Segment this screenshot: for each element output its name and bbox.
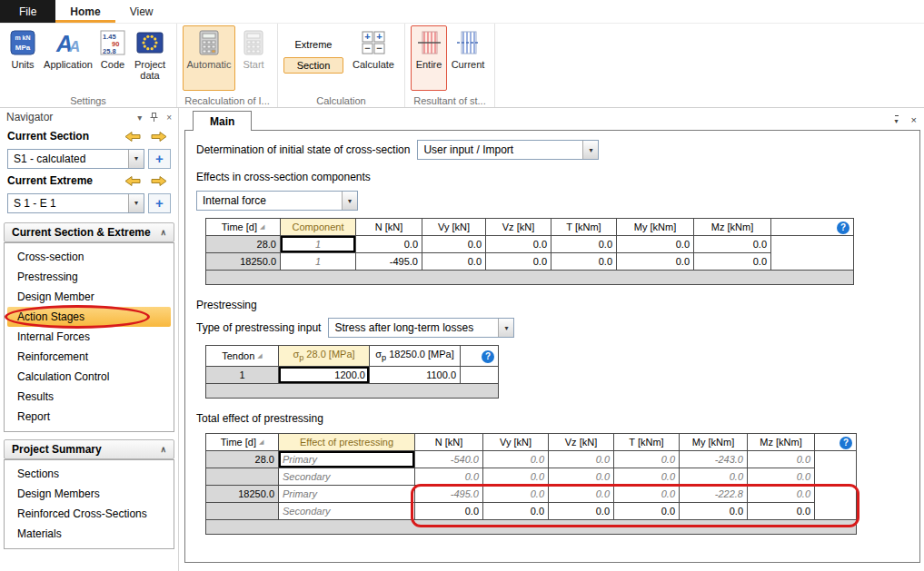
help-icon[interactable]: ? — [482, 350, 494, 363]
sidebar-item-report[interactable]: Report — [7, 407, 171, 427]
effect-cell[interactable]: Secondary — [279, 468, 415, 486]
sidebar-item-sections[interactable]: Sections — [7, 464, 171, 484]
chevron-down-icon[interactable]: ▾ — [498, 319, 513, 337]
collapse-icon[interactable]: ∧ — [160, 228, 166, 237]
close-icon[interactable]: × — [911, 114, 917, 125]
column-header-vy[interactable]: Vy [kN] — [483, 434, 549, 451]
previous-extreme-button[interactable] — [121, 173, 144, 188]
column-header-tendon[interactable]: Tendon◢ — [206, 346, 279, 367]
collapse-icon[interactable]: ∧ — [160, 445, 166, 454]
chevron-down-icon[interactable]: ▾ — [128, 150, 144, 168]
column-header-effect[interactable]: Effect of prestressing — [279, 434, 415, 451]
next-extreme-button[interactable] — [147, 173, 171, 188]
sidebar-item-reinforced-cross-sections[interactable]: Reinforced Cross-Sections — [7, 504, 171, 524]
column-header-time[interactable]: Time [d]◢ — [206, 219, 281, 236]
chevron-down-icon[interactable]: ▾ — [342, 192, 357, 210]
time-cell[interactable]: 18250.0 — [206, 253, 281, 271]
tab-file[interactable]: File — [0, 0, 55, 23]
column-header-t[interactable]: T [kNm] — [551, 219, 617, 236]
tendon-cell[interactable]: 1 — [206, 367, 279, 384]
help-icon[interactable]: ? — [837, 222, 849, 234]
dock-menu-icon[interactable]: ▾ — [895, 115, 899, 125]
sidebar-item-cross-section[interactable]: Cross-section — [7, 247, 171, 267]
column-header-sigma-18250[interactable]: σp 18250.0 [MPa] — [370, 346, 461, 367]
svg-text:MPa: MPa — [15, 44, 31, 52]
code-button[interactable]: 1.45 90 25.8 Code — [96, 25, 129, 91]
column-header-t[interactable]: T [kNm] — [614, 434, 680, 451]
column-header-mz[interactable]: Mz [kNm] — [748, 434, 815, 451]
current-section-combobox[interactable]: S1 - calculated ▾ — [7, 149, 144, 169]
group-header-project-summary[interactable]: Project Summary ∧ — [4, 439, 174, 459]
sidebar-item-action-stages[interactable]: Action Stages — [7, 307, 171, 327]
group-header-current-section-extreme[interactable]: Current Section & Extreme ∧ — [4, 222, 174, 242]
add-extreme-button[interactable]: + — [148, 193, 171, 213]
time-cell[interactable]: 28.0 — [206, 451, 279, 468]
start-button[interactable]: Start — [235, 25, 272, 91]
eu-flag-icon — [136, 29, 164, 56]
window-menu-icon[interactable]: ▾ — [137, 113, 142, 123]
prestressing-type-combobox[interactable]: Stress after long-term losses ▾ — [328, 318, 514, 338]
ribbon-group-label: Calculation — [278, 95, 404, 106]
code-icon: 1.45 90 25.8 — [99, 29, 126, 56]
effect-cell[interactable]: Primary — [279, 486, 415, 503]
component-cell[interactable]: 1 — [281, 253, 356, 271]
navigator-list: Cross-section Prestressing Design Member… — [4, 242, 174, 432]
effects-combobox[interactable]: Internal force ▾ — [196, 191, 358, 211]
sidebar-item-prestressing[interactable]: Prestressing — [7, 267, 171, 287]
main-content-panel: Determination of initial state of cross-… — [184, 130, 920, 563]
effect-cell[interactable]: Secondary — [279, 503, 415, 520]
arrow-left-icon — [124, 131, 142, 143]
sidebar-item-internal-forces[interactable]: Internal Forces — [7, 327, 171, 347]
extreme-button[interactable]: Extreme — [283, 36, 343, 53]
column-header-time[interactable]: Time [d]◢ — [206, 434, 279, 451]
time-cell[interactable]: 18250.0 — [206, 486, 279, 503]
effect-cell[interactable]: Primary — [279, 451, 415, 468]
help-icon[interactable]: ? — [840, 437, 852, 449]
current-extreme-row: Current Extreme — [0, 171, 178, 191]
chevron-down-icon[interactable]: ▾ — [582, 141, 598, 159]
ribbon-group-calculation: Extreme Section + + − − Calculate Calcul… — [278, 24, 405, 107]
tab-view[interactable]: View — [115, 0, 168, 23]
close-icon[interactable]: × — [166, 113, 172, 123]
units-button[interactable]: m kN MPa Units — [5, 25, 40, 91]
tab-home[interactable]: Home — [55, 0, 114, 23]
column-header-vy[interactable]: Vy [kN] — [422, 219, 486, 236]
column-header-vz[interactable]: Vz [kN] — [549, 434, 614, 451]
tab-main[interactable]: Main — [193, 111, 252, 131]
application-button[interactable]: A A Application — [40, 25, 96, 91]
column-header-my[interactable]: My [kNm] — [680, 434, 748, 451]
column-header-vz[interactable]: Vz [kN] — [486, 219, 551, 236]
automatic-toggle-button[interactable]: Automatic — [183, 25, 235, 91]
column-header-n[interactable]: N [kN] — [415, 434, 483, 451]
current-section-label: Current Section — [7, 130, 89, 143]
column-header-my[interactable]: My [kNm] — [617, 219, 694, 236]
column-header-mz[interactable]: Mz [kNm] — [694, 219, 771, 236]
column-header-component[interactable]: Component — [281, 219, 356, 236]
sidebar-item-materials[interactable]: Materials — [7, 524, 171, 544]
current-extreme-combobox[interactable]: S 1 - E 1 ▾ — [7, 193, 144, 213]
pin-icon[interactable] — [150, 113, 158, 123]
time-cell[interactable]: 28.0 — [206, 236, 281, 253]
component-cell[interactable]: 1 — [281, 236, 356, 253]
calculate-label: Calculate — [353, 59, 394, 70]
table-filler-row — [206, 520, 857, 535]
add-section-button[interactable]: + — [148, 149, 171, 169]
entire-toggle-button[interactable]: Entire — [411, 25, 447, 91]
chevron-down-icon[interactable]: ▾ — [128, 194, 144, 212]
sidebar-item-reinforcement[interactable]: Reinforcement — [7, 347, 171, 367]
initial-state-combobox[interactable]: User input / Import ▾ — [417, 140, 599, 160]
section-toggle-button[interactable]: Section — [283, 57, 343, 74]
sidebar-item-design-member[interactable]: Design Member — [7, 287, 171, 307]
current-toggle-button[interactable]: Current — [447, 25, 489, 91]
column-header-n[interactable]: N [kN] — [356, 219, 422, 236]
next-section-button[interactable] — [147, 129, 171, 143]
sidebar-item-design-members[interactable]: Design Members — [7, 484, 171, 504]
project-data-button[interactable]: Project data — [129, 25, 171, 91]
sidebar-item-calculation-control[interactable]: Calculation Control — [7, 367, 171, 387]
time-cell[interactable] — [206, 503, 279, 520]
sidebar-item-results[interactable]: Results — [7, 387, 171, 407]
time-cell[interactable] — [206, 468, 279, 486]
column-header-sigma-28[interactable]: σp 28.0 [MPa] — [279, 346, 370, 367]
calculate-button[interactable]: + + − − Calculate — [348, 25, 399, 91]
previous-section-button[interactable] — [121, 129, 144, 143]
